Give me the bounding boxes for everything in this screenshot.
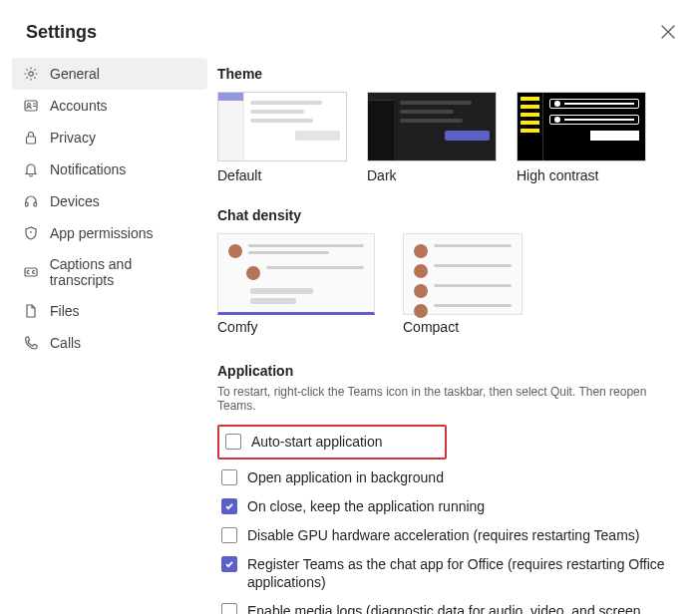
density-thumb-compact bbox=[403, 233, 523, 315]
sidebar-item-label: Accounts bbox=[50, 98, 108, 114]
headset-icon bbox=[22, 192, 40, 210]
sidebar-item-accounts[interactable]: Accounts bbox=[12, 90, 207, 122]
sidebar-item-label: Notifications bbox=[50, 161, 126, 177]
checkbox[interactable] bbox=[221, 527, 237, 543]
phone-icon bbox=[22, 334, 40, 352]
sidebar-item-label: Devices bbox=[50, 193, 100, 209]
option-media-logs[interactable]: Enable media logs (diagnostic data for a… bbox=[217, 597, 682, 614]
density-option-compact[interactable]: Compact bbox=[403, 233, 523, 335]
svg-point-2 bbox=[28, 104, 31, 107]
option-register-chat-app[interactable]: Register Teams as the chat app for Offic… bbox=[217, 550, 682, 598]
sidebar-item-label: General bbox=[50, 66, 100, 82]
theme-thumb-dark bbox=[367, 92, 497, 161]
application-section-title: Application bbox=[217, 363, 682, 379]
theme-option-default[interactable]: Default bbox=[217, 92, 347, 183]
checkbox[interactable] bbox=[225, 434, 241, 450]
svg-rect-3 bbox=[27, 137, 36, 144]
option-auto-start[interactable]: Auto-start application bbox=[217, 425, 447, 460]
theme-label: Dark bbox=[367, 167, 497, 183]
sidebar-item-files[interactable]: Files bbox=[12, 295, 207, 327]
sidebar-item-label: Files bbox=[50, 303, 80, 319]
option-label: Enable media logs (diagnostic data for a… bbox=[247, 602, 678, 614]
sidebar-item-label: Privacy bbox=[50, 130, 96, 146]
sidebar-item-notifications[interactable]: Notifications bbox=[12, 154, 207, 185]
close-button[interactable] bbox=[656, 20, 680, 44]
settings-main: Theme Default bbox=[207, 58, 688, 614]
theme-thumb-default bbox=[217, 92, 347, 161]
density-thumb-comfy bbox=[217, 233, 375, 315]
svg-rect-4 bbox=[26, 202, 29, 206]
sidebar-item-privacy[interactable]: Privacy bbox=[12, 122, 207, 154]
option-label: On close, keep the application running bbox=[247, 497, 485, 516]
checkbox[interactable] bbox=[221, 469, 237, 485]
captions-icon bbox=[22, 263, 40, 281]
gear-icon bbox=[22, 65, 40, 83]
settings-sidebar: General Accounts Privacy Notifications D bbox=[12, 58, 207, 614]
checkbox[interactable] bbox=[221, 603, 237, 614]
accounts-icon bbox=[22, 97, 40, 115]
file-icon bbox=[22, 302, 40, 320]
theme-section-title: Theme bbox=[217, 66, 682, 82]
application-options: Auto-start application Open application … bbox=[217, 425, 682, 614]
theme-thumb-high-contrast bbox=[517, 92, 646, 161]
sidebar-item-general[interactable]: General bbox=[12, 58, 207, 90]
shield-icon bbox=[22, 224, 40, 242]
option-disable-gpu[interactable]: Disable GPU hardware acceleration (requi… bbox=[217, 521, 682, 550]
sidebar-item-app-permissions[interactable]: App permissions bbox=[12, 217, 207, 249]
sidebar-item-captions[interactable]: Captions and transcripts bbox=[12, 249, 207, 295]
density-label: Comfy bbox=[217, 319, 375, 335]
sidebar-item-label: App permissions bbox=[50, 225, 154, 241]
checkbox[interactable] bbox=[221, 556, 237, 572]
theme-option-dark[interactable]: Dark bbox=[367, 92, 497, 183]
sidebar-item-devices[interactable]: Devices bbox=[12, 185, 207, 217]
density-option-comfy[interactable]: Comfy bbox=[217, 233, 375, 335]
page-title: Settings bbox=[26, 22, 97, 43]
density-section-title: Chat density bbox=[217, 207, 682, 223]
sidebar-item-calls[interactable]: Calls bbox=[12, 327, 207, 359]
option-label: Register Teams as the chat app for Offic… bbox=[247, 555, 678, 593]
svg-rect-5 bbox=[34, 202, 37, 206]
theme-label: High contrast bbox=[517, 167, 646, 183]
svg-point-0 bbox=[29, 72, 33, 76]
lock-icon bbox=[22, 129, 40, 147]
theme-option-high-contrast[interactable]: High contrast bbox=[517, 92, 646, 183]
option-open-background[interactable]: Open application in background bbox=[217, 463, 682, 492]
sidebar-item-label: Captions and transcripts bbox=[50, 256, 197, 288]
checkbox[interactable] bbox=[221, 498, 237, 514]
sidebar-item-label: Calls bbox=[50, 335, 81, 351]
option-label: Auto-start application bbox=[251, 433, 383, 452]
close-icon bbox=[661, 25, 675, 39]
application-subtitle: To restart, right-click the Teams icon i… bbox=[217, 385, 682, 413]
theme-label: Default bbox=[217, 167, 347, 183]
density-label: Compact bbox=[403, 319, 523, 335]
option-on-close-keep-running[interactable]: On close, keep the application running bbox=[217, 492, 682, 521]
option-label: Open application in background bbox=[247, 468, 444, 487]
option-label: Disable GPU hardware acceleration (requi… bbox=[247, 526, 639, 545]
bell-icon bbox=[22, 160, 40, 178]
